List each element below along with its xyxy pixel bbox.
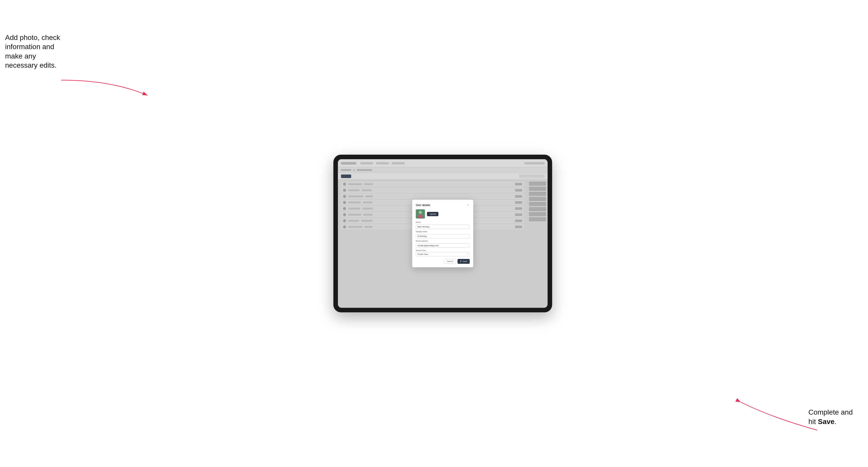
save-icon: ⬆: [460, 260, 462, 262]
school-year-field-group: School Year × ⌃: [416, 249, 470, 256]
annotation-left-line1: Add photo, check: [5, 34, 60, 41]
avatar-image: [416, 209, 425, 218]
select-controls: × ⌃: [466, 253, 469, 255]
email-input[interactable]: [416, 243, 470, 248]
name-label: Name: [416, 221, 470, 223]
save-button[interactable]: ⬆ Save: [457, 259, 470, 264]
annotation-right-end: .: [834, 418, 836, 426]
save-label: Save: [463, 260, 467, 262]
annotation-left-line3: make any: [5, 52, 36, 60]
svg-point-5: [418, 215, 423, 218]
arrow-left: [61, 75, 163, 105]
annotation-left-line4: necessary edits.: [5, 61, 57, 69]
annotation-left: Add photo, check information and make an…: [5, 33, 60, 70]
display-name-input[interactable]: [416, 234, 470, 238]
email-label: Email address: [416, 240, 470, 242]
annotation-right: Complete and hit Save.: [808, 408, 853, 426]
modal-overlay: User details ×: [338, 159, 548, 308]
name-field-group: Name: [416, 221, 470, 229]
arrow-right: [720, 397, 822, 433]
tablet-screen: User details ×: [338, 159, 548, 308]
modal-footer: Cancel ⬆ Save: [416, 259, 470, 264]
school-year-select-wrapper: × ⌃: [416, 252, 470, 256]
cancel-button[interactable]: Cancel: [444, 259, 456, 264]
select-clear-icon[interactable]: ×: [466, 253, 467, 255]
name-input[interactable]: [416, 225, 470, 229]
annotation-right-line2: hit: [808, 418, 818, 426]
chevron-down-icon[interactable]: ⌃: [468, 253, 469, 255]
school-year-label: School Year: [416, 249, 470, 252]
display-name-label: Display name: [416, 230, 470, 233]
close-button[interactable]: ×: [466, 203, 470, 207]
annotation-right-bold: Save: [818, 418, 834, 426]
scene: Add photo, check information and make an…: [0, 0, 868, 467]
annotation-right-line1: Complete and: [808, 408, 853, 416]
modal-title: User details: [416, 204, 430, 207]
avatar-row: Upload: [416, 209, 470, 218]
annotation-left-line2: information and: [5, 43, 54, 51]
avatar: [416, 209, 425, 218]
modal-header: User details ×: [416, 203, 470, 207]
email-field-group: Email address: [416, 240, 470, 248]
display-name-field-group: Display name: [416, 230, 470, 238]
svg-point-3: [419, 211, 422, 214]
school-year-input[interactable]: [416, 252, 470, 256]
user-details-modal: User details ×: [412, 200, 473, 267]
tablet: User details ×: [333, 155, 552, 312]
upload-button[interactable]: Upload: [427, 212, 438, 216]
